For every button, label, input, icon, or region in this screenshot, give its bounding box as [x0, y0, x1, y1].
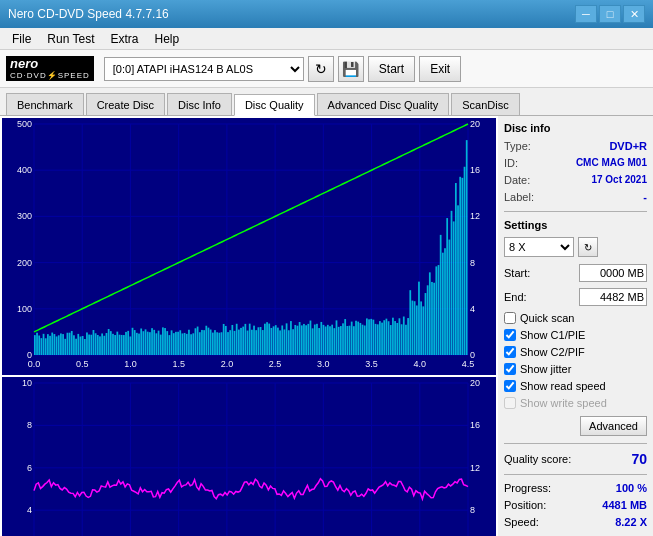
position-row: Position: 4481 MB [504, 499, 647, 511]
quick-scan-label: Quick scan [520, 312, 574, 324]
show-c1-checkbox[interactable] [504, 329, 516, 341]
divider-2 [504, 443, 647, 444]
nero-logo: nero CD·DVD⚡SPEED [6, 56, 94, 81]
exit-button[interactable]: Exit [419, 56, 461, 82]
minimize-button[interactable]: ─ [575, 5, 597, 23]
speed-value: 8.22 X [615, 516, 647, 528]
quick-scan-checkbox[interactable] [504, 312, 516, 324]
disc-label-row: Label: - [504, 191, 647, 203]
menu-run-test[interactable]: Run Test [39, 30, 102, 48]
tab-benchmark[interactable]: Benchmark [6, 93, 84, 115]
quality-score-row: Quality score: 70 [504, 451, 647, 467]
app-title: Nero CD-DVD Speed 4.7.7.16 [8, 7, 169, 21]
date-label: Date: [504, 174, 530, 186]
quick-scan-row: Quick scan [504, 312, 647, 324]
settings-refresh-icon[interactable]: ↻ [578, 237, 598, 257]
position-label: Position: [504, 499, 546, 511]
type-label: Type: [504, 140, 531, 152]
progress-value: 100 % [616, 482, 647, 494]
maximize-button[interactable]: □ [599, 5, 621, 23]
disc-date-row: Date: 17 Oct 2021 [504, 174, 647, 186]
disc-id-row: ID: CMC MAG M01 [504, 157, 647, 169]
id-label: ID: [504, 157, 518, 169]
start-input[interactable] [579, 264, 647, 282]
tab-disc-quality[interactable]: Disc Quality [234, 94, 315, 116]
tab-advanced-disc-quality[interactable]: Advanced Disc Quality [317, 93, 450, 115]
start-row: Start: [504, 264, 647, 282]
speed-row: 8 X ↻ [504, 237, 647, 257]
tab-bar: Benchmark Create Disc Disc Info Disc Qua… [0, 88, 653, 116]
tab-scandisc[interactable]: ScanDisc [451, 93, 519, 115]
start-button[interactable]: Start [368, 56, 415, 82]
progress-label: Progress: [504, 482, 551, 494]
show-c2-row: Show C2/PIF [504, 346, 647, 358]
menu-bar: File Run Test Extra Help [0, 28, 653, 50]
top-chart [2, 118, 496, 375]
tab-create-disc[interactable]: Create Disc [86, 93, 165, 115]
show-write-speed-label: Show write speed [520, 397, 607, 409]
date-value: 17 Oct 2021 [591, 174, 647, 186]
show-jitter-label: Show jitter [520, 363, 571, 375]
end-input[interactable] [579, 288, 647, 306]
divider-1 [504, 211, 647, 212]
show-jitter-checkbox[interactable] [504, 363, 516, 375]
advanced-button[interactable]: Advanced [580, 416, 647, 436]
speed-label: Speed: [504, 516, 539, 528]
settings-title: Settings [504, 219, 647, 231]
main-content: PI Errors Average: 25.68 Maximum: 438 To… [0, 116, 653, 536]
refresh-icon[interactable]: ↻ [308, 56, 334, 82]
quality-score-label: Quality score: [504, 453, 571, 465]
speed-display-row: Speed: 8.22 X [504, 516, 647, 528]
disc-label-label: Label: [504, 191, 534, 203]
progress-row: Progress: 100 % [504, 482, 647, 494]
window-controls: ─ □ ✕ [575, 5, 645, 23]
show-read-speed-label: Show read speed [520, 380, 606, 392]
charts-panel: PI Errors Average: 25.68 Maximum: 438 To… [0, 116, 498, 536]
id-value: CMC MAG M01 [576, 157, 647, 169]
toolbar: nero CD·DVD⚡SPEED [0:0] ATAPI iHAS124 B … [0, 50, 653, 88]
menu-extra[interactable]: Extra [102, 30, 146, 48]
start-label: Start: [504, 267, 530, 279]
menu-file[interactable]: File [4, 30, 39, 48]
show-write-speed-row: Show write speed [504, 397, 647, 409]
speed-select[interactable]: 8 X [504, 237, 574, 257]
end-label: End: [504, 291, 527, 303]
show-read-speed-row: Show read speed [504, 380, 647, 392]
position-value: 4481 MB [602, 499, 647, 511]
bottom-chart [2, 377, 496, 536]
disc-info-title: Disc info [504, 122, 647, 134]
show-c1-label: Show C1/PIE [520, 329, 585, 341]
chart-area [0, 116, 498, 536]
right-panel: Disc info Type: DVD+R ID: CMC MAG M01 Da… [498, 116, 653, 536]
divider-3 [504, 474, 647, 475]
show-c1-row: Show C1/PIE [504, 329, 647, 341]
end-row: End: [504, 288, 647, 306]
show-read-speed-checkbox[interactable] [504, 380, 516, 392]
tab-disc-info[interactable]: Disc Info [167, 93, 232, 115]
drive-select[interactable]: [0:0] ATAPI iHAS124 B AL0S [104, 57, 304, 81]
disc-label-value: - [643, 191, 647, 203]
type-value: DVD+R [609, 140, 647, 152]
menu-help[interactable]: Help [147, 30, 188, 48]
show-write-speed-checkbox[interactable] [504, 397, 516, 409]
title-bar: Nero CD-DVD Speed 4.7.7.16 ─ □ ✕ [0, 0, 653, 28]
save-icon[interactable]: 💾 [338, 56, 364, 82]
show-c2-checkbox[interactable] [504, 346, 516, 358]
show-c2-label: Show C2/PIF [520, 346, 585, 358]
quality-score-value: 70 [631, 451, 647, 467]
close-button[interactable]: ✕ [623, 5, 645, 23]
show-jitter-row: Show jitter [504, 363, 647, 375]
disc-type-row: Type: DVD+R [504, 140, 647, 152]
